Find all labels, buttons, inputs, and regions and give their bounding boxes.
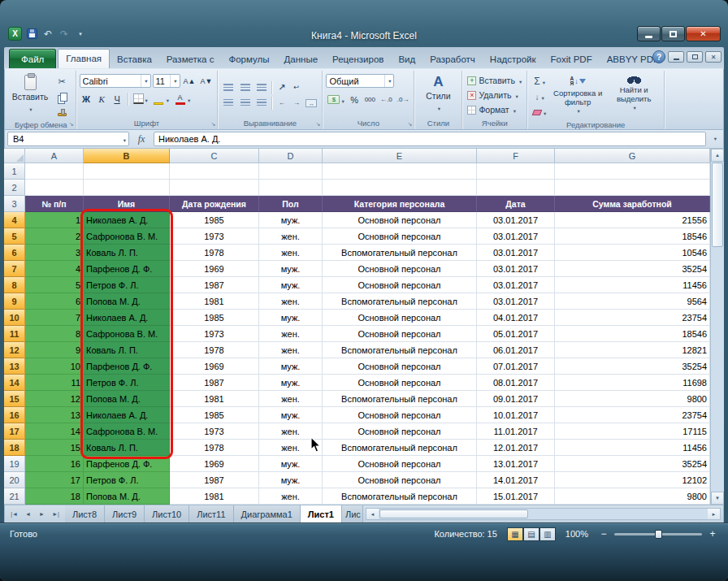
- cell-A19[interactable]: 16: [25, 456, 84, 472]
- row-header-20[interactable]: 20: [4, 472, 25, 488]
- cell-G18[interactable]: 11456: [555, 440, 710, 456]
- row-header-13[interactable]: 13: [4, 358, 25, 375]
- cell-G1[interactable]: [555, 163, 710, 180]
- cell-E12[interactable]: Вспомогательный персонал: [323, 342, 477, 358]
- row-header-12[interactable]: 12: [4, 342, 25, 358]
- cell-A1[interactable]: [25, 163, 84, 180]
- cell-A13[interactable]: 10: [25, 358, 84, 375]
- cell-F20[interactable]: 14.01.2017: [477, 472, 555, 488]
- cell-E1[interactable]: [323, 163, 477, 180]
- borders-button[interactable]: [132, 92, 150, 106]
- cell-C2[interactable]: [170, 180, 259, 196]
- cell-E13[interactable]: Основной персонал: [323, 358, 477, 375]
- zoom-out-button[interactable]: −: [598, 528, 609, 540]
- vertical-scroll-thumb[interactable]: [712, 163, 723, 247]
- cell-F4[interactable]: 03.01.2017: [477, 212, 555, 228]
- cell-F19[interactable]: 13.01.2017: [477, 456, 555, 472]
- cell-E15[interactable]: Вспомогательный персонал: [323, 391, 477, 407]
- grow-font-button[interactable]: А▲: [182, 74, 197, 88]
- cell-A16[interactable]: 13: [25, 407, 84, 423]
- sheet-tab-лист9[interactable]: Лист9: [105, 505, 145, 522]
- cell-F7[interactable]: 03.01.2017: [477, 261, 555, 277]
- zoom-thumb[interactable]: [655, 530, 662, 539]
- page-break-view-button[interactable]: ▥: [540, 527, 556, 541]
- cell-A2[interactable]: [25, 180, 84, 196]
- cell-D2[interactable]: [259, 180, 323, 196]
- shrink-font-button[interactable]: А▼: [198, 74, 214, 88]
- cell-E14[interactable]: Основной персонал: [323, 375, 477, 391]
- cell-C4[interactable]: 1985: [170, 212, 259, 228]
- cell-E8[interactable]: Основной персонал: [323, 277, 477, 293]
- delete-cells-button[interactable]: Удалить: [466, 89, 523, 102]
- cell-A18[interactable]: 15: [25, 440, 84, 456]
- cell-D1[interactable]: [259, 163, 323, 180]
- cell-G7[interactable]: 35254: [555, 261, 710, 277]
- workbook-close-button[interactable]: ✕: [705, 51, 722, 63]
- cell-F18[interactable]: 12.01.2017: [477, 440, 555, 456]
- row-header-9[interactable]: 9: [4, 293, 25, 310]
- cell-C6[interactable]: 1978: [170, 245, 259, 261]
- cell-D19[interactable]: муж.: [259, 456, 323, 472]
- ribbon-tab-разметка-с[interactable]: Разметка с: [159, 50, 222, 68]
- row-header-19[interactable]: 19: [4, 456, 25, 472]
- zoom-track[interactable]: [614, 533, 702, 535]
- sheet-tab-лист8[interactable]: Лист8: [65, 505, 105, 522]
- cell-A5[interactable]: 2: [25, 228, 84, 245]
- font-name-combo[interactable]: Calibri: [80, 74, 151, 88]
- insert-cells-button[interactable]: Вставить: [466, 74, 523, 88]
- sheet-tab-лист11[interactable]: Лист11: [189, 505, 233, 522]
- cell-G17[interactable]: 17115: [555, 423, 710, 440]
- formula-bar-expand-button[interactable]: [708, 132, 721, 146]
- format-painter-button[interactable]: [53, 105, 71, 119]
- insert-function-button[interactable]: fx: [132, 132, 151, 146]
- bold-button[interactable]: Ж: [80, 92, 93, 106]
- cell-E4[interactable]: Основной персонал: [323, 212, 477, 228]
- cell-C12[interactable]: 1978: [170, 342, 259, 358]
- ribbon-tab-формулы[interactable]: Формулы: [221, 50, 276, 68]
- cell-C5[interactable]: 1973: [170, 228, 259, 245]
- scroll-down-icon[interactable]: ▼: [711, 492, 724, 505]
- sort-filter-button[interactable]: АЯ ↓ Сортировка и фильтр: [551, 72, 604, 119]
- cell-D7[interactable]: муж.: [259, 261, 323, 277]
- first-sheet-button[interactable]: |◄: [8, 508, 20, 520]
- horizontal-scroll-thumb[interactable]: [379, 509, 528, 518]
- cell-E11[interactable]: Основной персонал: [323, 326, 477, 342]
- cell-C18[interactable]: 1978: [170, 440, 259, 456]
- horizontal-scrollbar[interactable]: ◄ ►: [366, 508, 721, 520]
- align-left-button[interactable]: [221, 97, 236, 110]
- cell-E21[interactable]: Вспомогательный персонал: [323, 488, 477, 505]
- cell-E9[interactable]: Вспомогательный персонал: [323, 293, 477, 310]
- prev-sheet-button[interactable]: ◄: [22, 508, 34, 520]
- cell-D6[interactable]: жен.: [259, 245, 323, 261]
- cell-E6[interactable]: Вспомогательный персонал: [323, 245, 477, 261]
- cell-G10[interactable]: 23754: [555, 310, 710, 326]
- row-header-10[interactable]: 10: [4, 310, 25, 326]
- underline-button[interactable]: Ч: [110, 92, 124, 106]
- cell-A4[interactable]: 1: [25, 212, 84, 228]
- align-bottom-button[interactable]: [254, 81, 269, 94]
- merge-center-button[interactable]: [304, 96, 318, 110]
- sheet-tab-лист1[interactable]: Лист1: [301, 505, 342, 522]
- zoom-in-button[interactable]: +: [707, 528, 718, 540]
- cell-E16[interactable]: Основной персонал: [323, 407, 477, 423]
- select-all-corner[interactable]: [4, 149, 25, 163]
- cell-F21[interactable]: 15.01.2017: [477, 488, 555, 505]
- cell-B21[interactable]: Попова М. Д.: [84, 488, 170, 505]
- cell-F17[interactable]: 11.01.2017: [477, 423, 555, 440]
- column-header-D[interactable]: D: [259, 149, 323, 163]
- cell-B15[interactable]: Попова М. Д.: [84, 391, 170, 407]
- cell-A15[interactable]: 12: [25, 391, 84, 407]
- accounting-format-button[interactable]: $: [326, 93, 345, 106]
- cell-C1[interactable]: [170, 163, 259, 180]
- page-layout-view-button[interactable]: ▤: [523, 527, 540, 541]
- minimize-button[interactable]: [637, 26, 661, 41]
- clear-button[interactable]: [531, 105, 548, 119]
- cell-D12[interactable]: жен.: [259, 342, 323, 358]
- cell-B12[interactable]: Коваль Л. П.: [84, 342, 170, 358]
- maximize-button[interactable]: [661, 26, 685, 41]
- row-header-8[interactable]: 8: [4, 277, 25, 293]
- column-header-B[interactable]: B: [84, 149, 170, 163]
- cell-F3[interactable]: Дата: [477, 196, 555, 212]
- cell-E19[interactable]: Основной персонал: [323, 456, 477, 472]
- cell-D4[interactable]: муж.: [259, 212, 323, 228]
